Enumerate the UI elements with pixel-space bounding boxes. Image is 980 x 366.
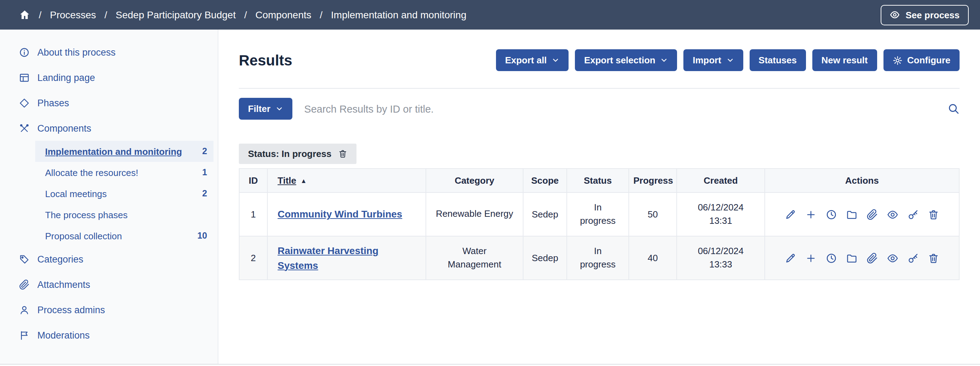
col-header-title[interactable]: Title▲: [267, 169, 426, 193]
count-badge: 10: [197, 231, 207, 241]
chip-label: Status: In progress: [248, 149, 331, 159]
timeline-icon[interactable]: [826, 252, 837, 264]
tools-icon: [19, 123, 30, 133]
breadcrumb-separator: /: [320, 9, 323, 21]
preview-icon[interactable]: [887, 252, 898, 264]
export-all-label: Export all: [505, 55, 547, 65]
flag-icon: [19, 330, 30, 340]
subitem-label: Local meetings: [45, 188, 107, 199]
configure-button[interactable]: Configure: [883, 49, 959, 71]
col-header-created: Created: [677, 169, 765, 193]
sidebar-subitem-process-phases[interactable]: The process phases: [35, 204, 213, 225]
add-icon[interactable]: [805, 209, 816, 220]
attachments-icon[interactable]: [867, 252, 878, 264]
cell-actions: [765, 236, 959, 280]
permissions-icon[interactable]: [907, 209, 919, 220]
sidebar-subitem-allocate-resources[interactable]: Allocate the resources! 1: [35, 162, 213, 183]
remove-filter-button[interactable]: [339, 149, 348, 158]
toolbar: Export all Export selection Import Statu…: [496, 49, 959, 71]
cell-id: 1: [239, 193, 267, 236]
add-icon[interactable]: [805, 252, 816, 264]
sidebar-item-components[interactable]: Components: [0, 116, 218, 141]
sidebar-subitem-local-meetings[interactable]: Local meetings 2: [35, 183, 213, 204]
sidebar-item-attachments[interactable]: Attachments: [0, 272, 218, 297]
sidebar-subitem-implementation-monitoring[interactable]: Implementation and monitoring 2: [35, 141, 213, 162]
topbar: / Processes / Sedep Participatory Budget…: [0, 0, 980, 30]
subitem-label: Allocate the resources!: [45, 167, 138, 178]
export-all-button[interactable]: Export all: [496, 49, 569, 71]
cell-category: Water Management: [426, 236, 523, 280]
delete-icon[interactable]: [928, 252, 939, 264]
admin-app: / Processes / Sedep Participatory Budget…: [0, 0, 980, 366]
edit-icon[interactable]: [785, 209, 796, 220]
statuses-label: Statuses: [759, 55, 797, 65]
col-header-status: Status: [567, 169, 629, 193]
sidebar-item-process-admins[interactable]: Process admins: [0, 297, 218, 322]
sidebar: About this process Landing page Phases C…: [0, 30, 218, 366]
sort-by-title-link[interactable]: Title: [278, 175, 296, 186]
sidebar-subitem-proposal-collection[interactable]: Proposal collection 10: [35, 225, 213, 246]
count-badge: 2: [202, 189, 207, 198]
breadcrumb-separator: /: [39, 9, 41, 21]
breadcrumb-current-component[interactable]: Implementation and monitoring: [331, 9, 466, 21]
col-header-actions: Actions: [765, 169, 959, 193]
new-result-button[interactable]: New result: [812, 49, 877, 71]
gear-icon: [892, 55, 902, 65]
cell-status: In progress: [567, 193, 629, 236]
sidebar-item-about[interactable]: About this process: [0, 40, 218, 65]
cell-scope: Sedep: [523, 236, 567, 280]
result-title-link[interactable]: Community Wind Turbines: [278, 209, 402, 220]
col-header-category: Category: [426, 169, 523, 193]
subitem-label: Proposal collection: [45, 231, 122, 241]
count-badge: 1: [202, 168, 207, 177]
active-filters: Status: In progress: [239, 144, 959, 164]
import-label: Import: [692, 55, 721, 65]
sidebar-item-categories[interactable]: Categories: [0, 246, 218, 272]
header-divider: [239, 88, 959, 89]
result-title-link[interactable]: Rainwater Harvesting Systems: [278, 245, 378, 271]
search-input[interactable]: [304, 103, 935, 114]
import-button[interactable]: Import: [683, 49, 743, 71]
results-table: ID Title▲ Category Scope Status Progress…: [239, 168, 959, 280]
delete-icon[interactable]: [928, 209, 939, 220]
edit-icon[interactable]: [785, 252, 796, 264]
cell-created: 06/12/2024 13:33: [677, 236, 765, 280]
chevron-down-icon: [275, 105, 283, 112]
cell-progress: 50: [629, 193, 677, 236]
table-row: 2 Rainwater Harvesting Systems Water Man…: [239, 236, 959, 280]
cell-actions: [765, 193, 959, 236]
search-button[interactable]: [948, 103, 959, 115]
timeline-icon[interactable]: [826, 209, 837, 220]
sidebar-item-phases[interactable]: Phases: [0, 90, 218, 116]
sidebar-item-moderations[interactable]: Moderations: [0, 322, 218, 348]
status-filter-chip: Status: In progress: [239, 144, 357, 164]
preview-icon[interactable]: [887, 209, 898, 220]
person-icon: [19, 304, 30, 315]
breadcrumb-components[interactable]: Components: [255, 9, 312, 21]
subitem-label: The process phases: [45, 209, 127, 220]
chevron-down-icon: [726, 56, 734, 64]
sidebar-item-label: Landing page: [37, 72, 95, 83]
filter-button[interactable]: Filter: [239, 98, 293, 120]
attachments-icon[interactable]: [867, 209, 878, 220]
cell-created: 06/12/2024 13:31: [677, 193, 765, 236]
page-title: Results: [239, 52, 293, 69]
export-selection-label: Export selection: [584, 55, 655, 65]
permissions-icon[interactable]: [907, 252, 919, 264]
col-header-scope: Scope: [523, 169, 567, 193]
project-icon[interactable]: [846, 252, 858, 264]
statuses-button[interactable]: Statuses: [749, 49, 806, 71]
project-icon[interactable]: [846, 209, 858, 220]
home-icon[interactable]: [19, 9, 30, 21]
sidebar-item-label: Categories: [37, 254, 83, 264]
eye-icon: [890, 10, 900, 20]
cell-scope: Sedep: [523, 193, 567, 236]
breadcrumb-processes[interactable]: Processes: [50, 9, 96, 21]
export-selection-button[interactable]: Export selection: [575, 49, 677, 71]
see-process-button[interactable]: See process: [881, 5, 969, 25]
breadcrumb-process-title[interactable]: Sedep Participatory Budget: [116, 9, 235, 21]
subitem-label: Implementation and monitoring: [45, 146, 182, 157]
sidebar-item-label: Moderations: [37, 330, 90, 340]
sidebar-item-landing-page[interactable]: Landing page: [0, 65, 218, 90]
breadcrumb-separator: /: [244, 9, 247, 21]
